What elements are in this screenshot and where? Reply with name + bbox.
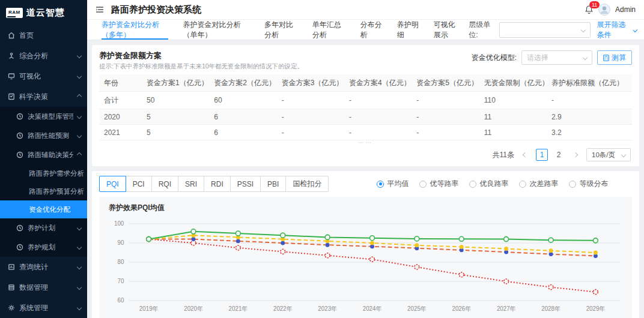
app-window: RAM 道云智慧 首页 综合分析 可视化 科学决策: [0, 0, 644, 318]
monitor-icon: [7, 73, 15, 80]
chart-marker: [235, 231, 240, 236]
sidebar-item-assist-decision[interactable]: 路面辅助决策分析: [0, 145, 87, 164]
sidebar-item-maintain-program[interactable]: 养护规划: [0, 238, 87, 257]
table-cell: -: [277, 92, 344, 109]
metric-tab-RQI[interactable]: RQI: [151, 176, 178, 192]
model-select[interactable]: 请选择: [521, 50, 592, 65]
chart-marker: [593, 238, 598, 243]
unit-select[interactable]: [499, 22, 591, 38]
sidebar-item-label: 路面性能预测: [28, 131, 73, 140]
model-controls: 资金优化模型: 请选择 测算: [472, 50, 632, 65]
chart-marker: [504, 279, 509, 284]
table-header-cell: 资金方案2（亿元）: [209, 74, 276, 92]
chart-marker: [326, 243, 330, 247]
chart-marker: [548, 285, 553, 290]
radio-label: 优等路率: [430, 179, 458, 189]
sidebar-item-comprehensive-analysis[interactable]: 综合分析: [0, 46, 87, 66]
table-header-cell: 资金方案4（亿元）: [344, 74, 412, 92]
sidebar-item-label: 养护计划: [28, 224, 73, 233]
sidebar-item-label: 查询统计: [19, 262, 73, 272]
pagination-total: 共11条: [493, 150, 514, 160]
sidebar-item-visualization[interactable]: 可视化: [0, 66, 87, 86]
bell-icon[interactable]: 11: [585, 5, 594, 14]
main-tabs: 养护资金对比分析（多年）养护资金对比分析（单年）多年对比分析单年汇总分析分布分析…: [94, 20, 469, 40]
sidebar-item-fund-allocation[interactable]: 资金优化分配: [0, 200, 87, 218]
avatar[interactable]: [598, 4, 610, 16]
metric-tab-PSSI[interactable]: PSSI: [230, 176, 261, 192]
radio-option-2[interactable]: 优等路率: [419, 179, 458, 189]
table-cell: -: [277, 125, 344, 140]
table-header-cell: 无资金限制（亿元）: [479, 74, 547, 92]
gear-icon: [7, 304, 15, 312]
tab-5[interactable]: 分布分析: [353, 20, 389, 40]
sidebar-item-query-stats[interactable]: 查询统计: [0, 257, 87, 277]
x-tick-label: 2024年: [363, 305, 382, 312]
y-tick-label: 80: [117, 259, 124, 265]
metric-tab-国检扣分[interactable]: 国检扣分: [285, 176, 329, 192]
tab-6[interactable]: 养护明细: [390, 20, 427, 40]
table-cell: 3.2: [547, 125, 632, 140]
chart-marker: [548, 238, 553, 242]
metric-tab-PCI[interactable]: PCI: [126, 176, 152, 192]
tab-2[interactable]: 养护资金对比分析（单年）: [175, 20, 257, 40]
expand-filters-link[interactable]: 展开筛选条件: [597, 20, 637, 40]
radio-label: 次差路率: [529, 179, 558, 189]
chart-marker: [370, 236, 375, 241]
table-cell: 5: [142, 109, 209, 125]
radio-option-5[interactable]: 等级分布: [569, 179, 608, 189]
tab-3[interactable]: 多年对比分析: [257, 20, 305, 40]
pagination-next[interactable]: [570, 149, 582, 161]
y-tick-label: 70: [117, 278, 124, 284]
metric-tab-PBI[interactable]: PBI: [260, 176, 286, 192]
tab-4[interactable]: 单年汇总分析: [305, 20, 353, 40]
radio-option-1[interactable]: 平均值: [377, 179, 409, 189]
collapse-menu-icon[interactable]: [96, 6, 104, 13]
sidebar-item-system-management[interactable]: 系统管理: [0, 298, 87, 318]
page-size-select[interactable]: 10条/页: [586, 148, 631, 161]
pagination-page-1[interactable]: 1: [536, 149, 548, 161]
chart-container: 养护效果PQI均值 100908070602019年2020年2021年2022…: [99, 197, 632, 318]
table-cell: -: [412, 109, 479, 125]
sidebar-item-demand-analysis[interactable]: 路面养护需求分析: [0, 164, 87, 182]
metric-tab-PQI[interactable]: PQI: [99, 176, 126, 192]
sidebar-item-maintain-plan[interactable]: 养护计划: [0, 218, 87, 238]
chart-marker: [325, 253, 330, 258]
table-cell: 6: [209, 109, 276, 125]
sidebar-item-home[interactable]: 首页: [0, 25, 87, 46]
chart-marker: [415, 243, 419, 247]
user-name: Admin: [615, 5, 636, 14]
radio-option-4[interactable]: 次差路率: [519, 179, 558, 189]
table-cell: 110: [479, 92, 547, 109]
metric-tab-RDI[interactable]: RDI: [204, 176, 231, 192]
chart-marker: [281, 241, 285, 245]
chart-marker: [236, 239, 240, 243]
sidebar-item-science-decision[interactable]: 科学决策: [0, 86, 87, 107]
pagination-page-2[interactable]: 2: [553, 149, 565, 161]
table-header-cell: 养护标准限额（亿元）: [547, 74, 632, 92]
x-tick-label: 2023年: [318, 305, 337, 312]
sidebar-item-performance-prediction[interactable]: 路面性能预测: [0, 126, 87, 145]
sidebar-item-data-management[interactable]: 数据管理: [0, 277, 87, 298]
clock-icon: [16, 113, 23, 121]
tab-1[interactable]: 养护资金对比分析（多年）: [94, 20, 175, 40]
table-cell: 11: [479, 125, 547, 140]
table-cell: -: [344, 125, 412, 140]
sidebar-item-budget-analysis[interactable]: 路面养护预算分析: [0, 182, 87, 200]
radio-label: 平均值: [387, 179, 409, 189]
filter-controls: 层级单位: 展开筛选条件: [469, 20, 637, 40]
sidebar-menu: 首页 综合分析 可视化 科学决策 决策模型库管理: [0, 25, 87, 318]
table-header-cell: 资金方案1（亿元）: [142, 74, 209, 92]
calculate-button[interactable]: 测算: [597, 50, 632, 65]
tab-7[interactable]: 可视化展示: [427, 20, 469, 40]
pagination-prev[interactable]: [519, 149, 531, 161]
chevron-down-icon: [77, 265, 82, 269]
x-tick-label: 2025年: [407, 305, 427, 312]
radio-option-3[interactable]: 优良路率: [469, 179, 508, 189]
metric-tab-SRI[interactable]: SRI: [178, 176, 204, 192]
table-row: 202056---112.9: [99, 109, 632, 125]
table-header-cell: 资金方案5（亿元）: [412, 74, 479, 92]
sidebar-item-model-library[interactable]: 决策模型库管理: [0, 107, 87, 126]
table-cell: 2020: [99, 109, 142, 125]
table-cell: 合计: [99, 92, 142, 109]
sidebar-item-label: 路面辅助决策分析: [28, 151, 73, 160]
